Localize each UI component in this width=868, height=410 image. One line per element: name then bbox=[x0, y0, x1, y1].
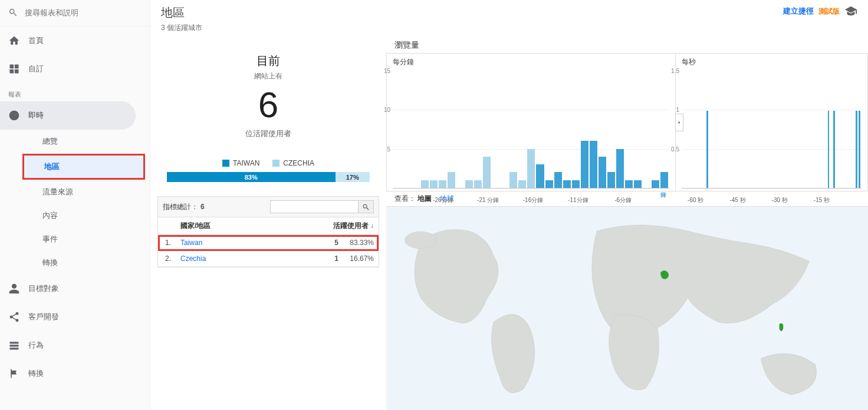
chart-bar bbox=[634, 180, 642, 188]
map-svg bbox=[386, 207, 868, 410]
row-count: 5 bbox=[326, 235, 343, 251]
page-subtitle: 3 個活躍城市 bbox=[161, 23, 202, 33]
chart-bar bbox=[465, 180, 473, 188]
chart-bar bbox=[439, 180, 446, 188]
main: 地區 3 個活躍城市 建立捷徑 測試版 目前 網站上有 6 位活躍使用者 bbox=[150, 0, 868, 410]
table-row[interactable]: 2. Czechia 1 16.67% bbox=[158, 251, 379, 267]
nav-realtime[interactable]: 即時 bbox=[0, 101, 136, 130]
nav-home[interactable]: 首頁 bbox=[0, 27, 150, 55]
sub-traffic[interactable]: 流量來源 bbox=[22, 181, 145, 203]
x-label: -11分鐘 bbox=[568, 196, 588, 204]
create-shortcut-link[interactable]: 建立捷徑 bbox=[783, 6, 814, 16]
chart-bar bbox=[430, 180, 438, 188]
charts-container: 每分鐘 15 10 5 分鐘 -26分鐘 -21 分鐘 bbox=[386, 53, 868, 191]
chart-bar bbox=[660, 172, 668, 188]
x-label: -30 秒 bbox=[772, 196, 788, 204]
right-column: 瀏覽量 每分鐘 15 10 5 分鐘 bbox=[386, 35, 868, 410]
now-title: 目前 bbox=[150, 53, 386, 69]
row-rank: 1. bbox=[158, 235, 176, 251]
chart-bar bbox=[652, 180, 659, 188]
chevron-right-icon bbox=[677, 120, 682, 125]
chart-bar bbox=[599, 157, 606, 188]
table-search-input[interactable] bbox=[270, 200, 359, 213]
search-input[interactable] bbox=[25, 8, 142, 17]
page-header: 地區 3 個活躍城市 建立捷徑 測試版 bbox=[150, 0, 868, 35]
nav-acquisition[interactable]: 客戶開發 bbox=[0, 303, 150, 331]
chart-min-title: 每分鐘 bbox=[393, 57, 669, 67]
chart-bar bbox=[607, 172, 615, 188]
search-icon bbox=[362, 203, 370, 211]
nav-reports-heading: 報表 bbox=[0, 83, 150, 101]
legend: TAIWAN CZECHIA bbox=[150, 159, 386, 167]
chart-bar bbox=[572, 180, 580, 188]
chart-bar bbox=[554, 172, 562, 188]
charts-section-title: 瀏覽量 bbox=[386, 35, 868, 53]
nav-realtime-label: 即時 bbox=[28, 110, 44, 121]
nav-custom-label: 自訂 bbox=[28, 64, 44, 74]
col-users[interactable]: 活躍使用者 bbox=[326, 217, 379, 235]
chart-bar bbox=[828, 111, 830, 188]
nav-custom[interactable]: 自訂 bbox=[0, 55, 150, 83]
tab-map[interactable]: 地圖 bbox=[417, 194, 432, 203]
clock-icon bbox=[8, 110, 20, 121]
nav-home-label: 首頁 bbox=[28, 35, 44, 46]
sub-overview[interactable]: 總覽 bbox=[22, 130, 145, 153]
chart-bar bbox=[856, 111, 857, 188]
y-label: 10 bbox=[384, 107, 390, 113]
x-label: -6分鐘 bbox=[614, 196, 632, 204]
chart-bar bbox=[483, 157, 491, 188]
chart-bar bbox=[527, 149, 535, 188]
user-icon bbox=[8, 283, 20, 295]
chart-sec-title: 每秒 bbox=[682, 57, 862, 67]
swatch-taiwan bbox=[222, 160, 229, 167]
nav-audience-label: 目標對象 bbox=[28, 283, 59, 294]
split-bar: 83% 17% bbox=[167, 172, 370, 182]
row-country[interactable]: Czechia bbox=[176, 251, 326, 267]
x-label: -26分鐘 bbox=[433, 196, 453, 204]
x-label: -15 秒 bbox=[814, 196, 830, 204]
split-bar-tw: 83% bbox=[167, 172, 336, 182]
chart-bar bbox=[590, 141, 597, 188]
y-label: 0.5 bbox=[671, 146, 679, 152]
col-country[interactable]: 國家/地區 bbox=[176, 217, 326, 235]
table-row[interactable]: 1. Taiwan 5 83.33% bbox=[158, 235, 379, 251]
table-search-button[interactable] bbox=[359, 200, 374, 213]
sidebar-search[interactable] bbox=[0, 4, 150, 27]
home-icon bbox=[8, 35, 20, 47]
y-label: 1 bbox=[676, 107, 679, 113]
metric-label: 指標總計： bbox=[163, 202, 198, 212]
chart-bar bbox=[421, 180, 429, 188]
chart-bar bbox=[563, 180, 571, 188]
sub-conversions[interactable]: 轉換 bbox=[22, 252, 145, 274]
graduation-icon[interactable] bbox=[844, 5, 857, 18]
nav-audience[interactable]: 目標對象 bbox=[0, 275, 150, 303]
nav-conversions[interactable]: 轉換 bbox=[0, 359, 150, 388]
chart-bar bbox=[509, 172, 517, 188]
nav-conversions-label: 轉換 bbox=[28, 368, 44, 379]
nav-behavior[interactable]: 行為 bbox=[0, 331, 150, 359]
sub-events[interactable]: 事件 bbox=[22, 228, 145, 250]
country-table: 指標總計： 6 國家/地區 bbox=[157, 196, 379, 267]
chart-bar bbox=[518, 180, 526, 188]
chart-bar bbox=[581, 141, 588, 188]
svg-point-1 bbox=[405, 232, 436, 249]
chart-bar bbox=[545, 180, 553, 188]
now-value: 6 bbox=[150, 85, 386, 125]
left-column: 目前 網站上有 6 位活躍使用者 TAIWAN CZECHIA bbox=[150, 35, 386, 410]
world-map[interactable] bbox=[386, 206, 868, 410]
row-country[interactable]: Taiwan bbox=[176, 235, 326, 251]
chart-bar bbox=[448, 172, 455, 188]
split-bar-cz: 17% bbox=[336, 172, 370, 182]
x-label: -16分鐘 bbox=[523, 196, 543, 204]
now-card: 目前 網站上有 6 位活躍使用者 bbox=[150, 35, 386, 143]
sub-content[interactable]: 內容 bbox=[22, 204, 145, 227]
share-icon bbox=[8, 311, 20, 323]
behavior-icon bbox=[8, 339, 20, 351]
y-label: 15 bbox=[384, 68, 390, 74]
chart-bar bbox=[474, 180, 482, 188]
row-pct: 83.33% bbox=[343, 235, 379, 251]
sub-locations[interactable]: 地區 bbox=[24, 156, 143, 178]
legend-czechia-label: CZECHIA bbox=[283, 159, 314, 167]
chart-bar bbox=[616, 149, 624, 188]
x-label: -21 分鐘 bbox=[477, 196, 499, 204]
